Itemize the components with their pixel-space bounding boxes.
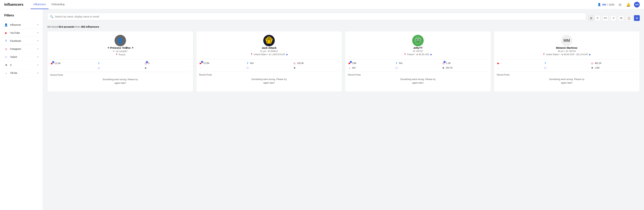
- avatar-svg: [412, 35, 424, 46]
- budget-icon: 🖥: [561, 53, 563, 56]
- youtube-icon: ▶ 2: [199, 62, 202, 65]
- chevron-down-icon: ▾: [38, 40, 38, 42]
- settings-button[interactable]: ⚙: [634, 15, 640, 21]
- filter-youtube[interactable]: ▶ YouTube ▾: [0, 29, 43, 37]
- youtube-value: 13.7M: [54, 62, 60, 65]
- stat-facebook: f: [97, 62, 143, 65]
- share-button[interactable]: ↗: [610, 15, 616, 21]
- instagram-value: 1.1M: [446, 62, 451, 64]
- gender: F: [113, 50, 114, 53]
- facebook-value: N/A: [399, 62, 402, 64]
- filter-x-label: X: [10, 64, 12, 66]
- card-stats: ▶ f ◎ 462.2K ♪: [497, 62, 637, 70]
- tab-influencers[interactable]: Influencers: [30, 0, 48, 9]
- expand-icon[interactable]: ▶: [430, 53, 432, 56]
- instagram-icon: ◎ 2: [144, 62, 147, 65]
- twitch-icon: ⬡: [395, 66, 398, 70]
- location-pin-icon: 📍: [250, 53, 253, 56]
- card-melanie-martinez: MM Melanie Martinez 29 y/o • ID 743734 📍…: [494, 31, 640, 92]
- youtube-value: 13.2M: [203, 62, 209, 64]
- instagram-value: 128.3K: [297, 62, 304, 64]
- influencer-meta: ID 743732: [413, 50, 423, 52]
- recent-posts-label: Recent Posts: [199, 74, 339, 76]
- filter-influencer[interactable]: 👤 Influencer ▾: [0, 21, 43, 29]
- avatar: [263, 35, 275, 46]
- error-message: Something went wrong. Please tryagain la…: [199, 78, 339, 85]
- search-input[interactable]: [55, 15, 583, 18]
- results-summary: We found 814 accounts from 493 influence…: [47, 25, 640, 28]
- more-options-button[interactable]: •••: [602, 15, 608, 21]
- budget-icon: 🖥: [416, 53, 418, 56]
- user-avatar[interactable]: AH: [634, 2, 640, 7]
- svg-point-10: [416, 39, 417, 40]
- card-jellyyt: JellyYT ID 743732 📍 Poland • 🖥 96.38 USD…: [345, 31, 491, 92]
- facebook-icon: f: [544, 62, 547, 65]
- avatar: 👤: [114, 35, 126, 46]
- recent-posts-label: Recent Posts: [50, 74, 190, 76]
- stat-twitch: ⬡: [395, 66, 441, 70]
- tab-onboarding[interactable]: Onboarding: [48, 0, 67, 9]
- x-filter-icon: ✕: [4, 63, 8, 67]
- instagram-icon: ◎: [293, 62, 296, 65]
- filter-tiktok-label: TikTok: [10, 72, 17, 75]
- stat-youtube: ▶ 6 13M: [348, 62, 394, 65]
- chevron-down-icon: ▾: [38, 24, 38, 26]
- stat-youtube: ▶ 2 13.2M: [199, 62, 246, 65]
- influencer-cards-grid: 👤 ✧ Princess Te✿na ✧ F • ID 1019357 📍 Ru…: [47, 31, 640, 92]
- filter-youtube-label: YouTube: [10, 31, 20, 34]
- influencer-location: 📍 Russia: [115, 53, 125, 56]
- filter-x[interactable]: ✕ X ▾: [0, 61, 43, 69]
- search-icon: 🔍: [50, 15, 54, 18]
- filter-influencer-label: Influencer: [10, 23, 21, 26]
- filter-twitch[interactable]: ⬡ Twitch ▾: [0, 53, 43, 61]
- expand-icon[interactable]: ▶: [589, 53, 591, 56]
- tiktok-icon: ♪: [497, 66, 500, 70]
- age: 21 y/o: [260, 50, 266, 52]
- instagram-filter-icon: ◎: [4, 47, 8, 51]
- svg-point-7: [414, 36, 422, 44]
- expand-icon[interactable]: ▶: [286, 53, 288, 56]
- stat-instagram: ◎ 128.3K: [293, 62, 339, 65]
- filter-facebook-label: Facebook: [10, 39, 21, 42]
- filter-facebook[interactable]: f Facebook ▾: [0, 37, 43, 45]
- filter-instagram-label: Instagram: [10, 47, 21, 50]
- influencer-location: 📍 United States • 🖥 1,000.00 EUR ▶: [250, 53, 288, 56]
- card-stats: ▶ 6 13M f N/A ◎ 2 1.1M: [348, 62, 488, 70]
- influencer-meta: F • ID 1019357: [113, 50, 128, 53]
- clipboard-button[interactable]: 📋: [626, 15, 632, 21]
- facebook-icon: f: [246, 62, 249, 65]
- x-icon: ✕: [442, 66, 445, 70]
- recent-posts-label: Recent Posts: [348, 74, 488, 76]
- bell-icon[interactable]: 🔔: [626, 2, 631, 7]
- nav-count: 👤 493 / 1000: [598, 3, 614, 6]
- error-message: Something went wrong. Please tryagain la…: [497, 78, 637, 85]
- budget-icon: 🖥: [269, 53, 271, 56]
- nav-tabs: Influencers Onboarding: [30, 0, 598, 9]
- results-influencers: 493 influencers: [81, 25, 99, 28]
- twitch-icon: ⬡: [97, 66, 100, 70]
- tiktok-icon: ♪: [199, 66, 202, 70]
- user-circle-icon[interactable]: ⊙: [618, 2, 622, 7]
- chevron-down-icon: ▾: [38, 32, 38, 34]
- stat-tiktok: ♪ N/A: [348, 66, 394, 70]
- recent-posts-label: Recent Posts: [497, 74, 637, 76]
- youtube-icon: ▶: [497, 62, 500, 65]
- error-message: Something went wrong. Please tryagain la…: [50, 78, 190, 85]
- sidebar-title: Filters: [0, 13, 43, 21]
- influencer-name: ✧ Princess Te✿na ✧: [107, 46, 134, 49]
- svg-point-11: [419, 39, 420, 40]
- twitch-icon: ⬡: [544, 66, 547, 70]
- mail-button[interactable]: ✉: [618, 15, 624, 21]
- filter-tiktok[interactable]: ♪ TikTok ▾: [0, 69, 43, 77]
- facebook-icon: f: [395, 62, 398, 65]
- tiktok-value: N/A: [352, 67, 356, 69]
- filter-instagram[interactable]: ◎ Instagram ▾: [0, 45, 43, 53]
- stat-x: ✕: [144, 66, 190, 70]
- stat-badge: 2: [444, 61, 446, 63]
- grid-view-button[interactable]: ⊞: [588, 15, 594, 21]
- influencer-id: ID 743732: [413, 50, 423, 52]
- location-pin-icon: 📍: [404, 53, 406, 56]
- stat-twitch: ⬡: [544, 66, 590, 70]
- list-view-button[interactable]: ≡: [594, 15, 600, 21]
- top-nav: Influencers Influencers Onboarding 👤 493…: [0, 0, 644, 9]
